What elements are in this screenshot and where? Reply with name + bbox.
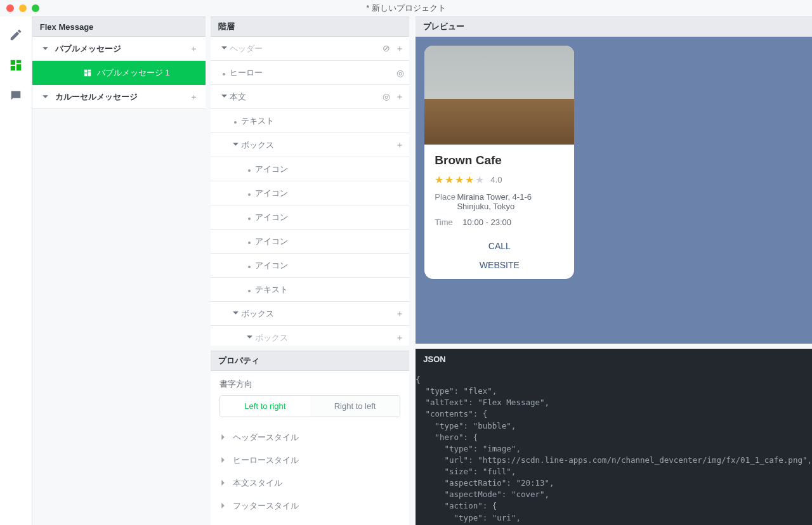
add-icon[interactable]: ＋ bbox=[395, 308, 404, 320]
eye-icon[interactable]: ◎ bbox=[383, 91, 390, 103]
chevron-right-icon bbox=[219, 433, 226, 443]
chat-icon[interactable] bbox=[9, 89, 23, 103]
hier-node-icon[interactable]: アイコン bbox=[211, 181, 409, 205]
hier-node-icon[interactable]: アイコン bbox=[211, 254, 409, 278]
website-button[interactable]: WEBSITE bbox=[424, 260, 574, 279]
flex-panel-header: Flex Message bbox=[32, 16, 206, 37]
hierarchy-tree[interactable]: ヘッダー ⊘＋ ヒーロー ◎ 本文 ◎＋ テキスト bbox=[211, 37, 409, 346]
seg-rtl[interactable]: Right to left bbox=[310, 396, 400, 417]
add-icon[interactable]: ＋ bbox=[395, 43, 404, 55]
place-key: Place bbox=[435, 192, 457, 211]
star-empty-icon: ★ bbox=[475, 174, 484, 186]
hier-node-hero[interactable]: ヒーロー ◎ bbox=[211, 61, 409, 85]
time-value: 10:00 - 23:00 bbox=[462, 217, 511, 227]
bubble-message-group[interactable]: バブルメッセージ ＋ bbox=[32, 37, 206, 61]
coffee-cup-icon bbox=[495, 104, 532, 126]
hier-node-body[interactable]: 本文 ◎＋ bbox=[211, 85, 409, 109]
star-rating: ★ ★ ★ ★ ★ 4.0 bbox=[435, 174, 564, 186]
json-code[interactable]: { "type": "flex", "altText": "Flex Messa… bbox=[416, 369, 812, 525]
add-bubble-icon[interactable]: ＋ bbox=[190, 43, 198, 55]
star-icon: ★ bbox=[445, 174, 454, 186]
flex-message-panel: Flex Message バブルメッセージ ＋ バブルメッセージ 1 カルーセル… bbox=[32, 16, 211, 525]
card-title: Brown Cafe bbox=[435, 153, 564, 167]
chevron-right-icon bbox=[219, 479, 226, 488]
star-icon: ★ bbox=[435, 174, 443, 186]
window-title: * 新しいプロジェクト bbox=[0, 3, 812, 14]
chevron-down-icon bbox=[40, 93, 51, 100]
chevron-right-icon bbox=[219, 502, 226, 511]
star-icon: ★ bbox=[465, 174, 474, 186]
body-style-row[interactable]: 本文スタイル bbox=[219, 472, 400, 495]
tool-rail bbox=[0, 16, 32, 525]
hier-node-icon[interactable]: アイコン bbox=[211, 157, 409, 181]
hier-node-header[interactable]: ヘッダー ⊘＋ bbox=[211, 37, 409, 61]
bullet-icon bbox=[234, 121, 237, 124]
bubble-item-label: バブルメッセージ 1 bbox=[97, 67, 170, 79]
hier-node-box[interactable]: ボックス ＋ bbox=[211, 302, 409, 326]
bubble-message-item-1[interactable]: バブルメッセージ 1 bbox=[32, 61, 206, 85]
hier-node-icon[interactable]: アイコン bbox=[211, 230, 409, 254]
bubble-group-label: バブルメッセージ bbox=[55, 43, 190, 55]
rating-value: 4.0 bbox=[490, 175, 502, 185]
chevron-down-icon bbox=[244, 333, 255, 342]
properties-panel: プロパティ 書字方向 Left to right Right to left ヘ… bbox=[211, 346, 409, 525]
hier-node-box[interactable]: ボックス ＋ bbox=[211, 133, 409, 157]
time-key: Time bbox=[435, 217, 462, 227]
json-panel: JSON { "type": "flex", "altText": "Flex … bbox=[416, 344, 812, 525]
chevron-down-icon bbox=[40, 45, 51, 52]
add-icon[interactable]: ＋ bbox=[395, 139, 404, 151]
json-header: JSON bbox=[416, 349, 812, 369]
chevron-down-icon bbox=[218, 92, 230, 101]
bullet-icon bbox=[248, 266, 251, 268]
bullet-icon bbox=[248, 242, 251, 244]
place-value: Miraina Tower, 4-1-6 Shinjuku, Tokyo bbox=[457, 192, 564, 211]
hier-node-text[interactable]: テキスト bbox=[211, 278, 409, 302]
chevron-right-icon bbox=[219, 456, 226, 465]
star-icon: ★ bbox=[455, 174, 464, 186]
chevron-down-icon bbox=[230, 140, 241, 150]
chevron-down-icon bbox=[218, 44, 230, 53]
bullet-icon bbox=[248, 217, 251, 220]
carousel-group-label: カルーセルメッセージ bbox=[55, 91, 190, 103]
carousel-message-group[interactable]: カルーセルメッセージ ＋ bbox=[32, 85, 206, 109]
hierarchy-panel: 階層 ヘッダー ⊘＋ ヒーロー ◎ 本文 ◎＋ bbox=[211, 16, 416, 525]
add-carousel-icon[interactable]: ＋ bbox=[190, 91, 198, 103]
hier-node-text[interactable]: テキスト bbox=[211, 109, 409, 133]
pencil-icon[interactable] bbox=[9, 28, 23, 42]
add-icon[interactable]: ＋ bbox=[395, 332, 404, 344]
preview-canvas: Brown Cafe ★ ★ ★ ★ ★ 4.0 PlaceMiraina To… bbox=[416, 37, 812, 344]
preview-header: プレビュー bbox=[416, 16, 812, 37]
properties-header: プロパティ bbox=[211, 351, 409, 371]
window-titlebar: * 新しいプロジェクト bbox=[0, 0, 812, 16]
hierarchy-header: 階層 bbox=[211, 16, 409, 37]
bullet-icon bbox=[223, 73, 225, 75]
preview-panel: プレビュー Brown Cafe ★ ★ ★ ★ ★ 4.0 bbox=[416, 16, 812, 525]
eye-icon[interactable]: ◎ bbox=[396, 68, 404, 78]
chevron-down-icon bbox=[230, 309, 241, 318]
bullet-icon bbox=[248, 290, 251, 292]
writing-direction-segment[interactable]: Left to right Right to left bbox=[219, 395, 400, 417]
eye-off-icon[interactable]: ⊘ bbox=[383, 43, 390, 55]
header-style-row[interactable]: ヘッダースタイル bbox=[219, 426, 400, 449]
bullet-icon bbox=[248, 169, 251, 172]
layout-icon[interactable] bbox=[9, 58, 23, 72]
hero-style-row[interactable]: ヒーロースタイル bbox=[219, 449, 400, 472]
footer-style-row[interactable]: フッタースタイル bbox=[219, 495, 400, 517]
writing-direction-label: 書字方向 bbox=[219, 379, 400, 390]
seg-ltr[interactable]: Left to right bbox=[220, 396, 310, 417]
hier-node-box[interactable]: ボックス ＋ bbox=[211, 326, 409, 346]
call-button[interactable]: CALL bbox=[424, 232, 574, 260]
add-icon[interactable]: ＋ bbox=[395, 91, 404, 103]
hier-node-icon[interactable]: アイコン bbox=[211, 205, 409, 230]
bullet-icon bbox=[248, 193, 251, 196]
hero-image-placeholder bbox=[424, 46, 574, 145]
preview-bubble-card: Brown Cafe ★ ★ ★ ★ ★ 4.0 PlaceMiraina To… bbox=[424, 46, 574, 279]
